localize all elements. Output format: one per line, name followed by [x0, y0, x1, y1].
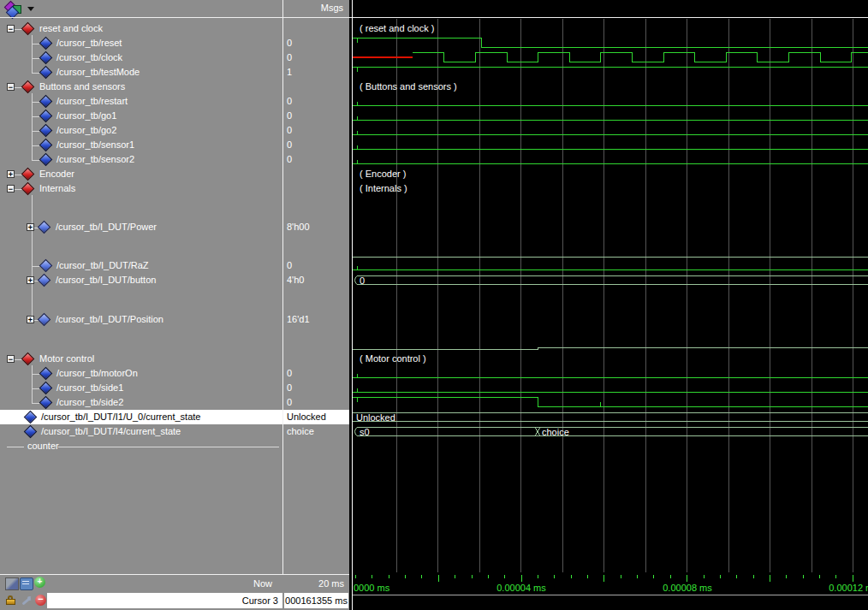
tree-row[interactable]: −reset and clock: [0, 21, 282, 36]
timeline-ruler[interactable]: 0000 ms0.00004 ms0.00008 ms0.00012 ms: [353, 575, 868, 595]
tree-row[interactable]: −Internals: [0, 181, 282, 196]
signal-value: 0: [283, 36, 349, 50]
signal-diamond-icon: [39, 94, 53, 108]
tree-row[interactable]: +/cursor_tb/I_DUT/Position: [0, 287, 282, 352]
header-divider-line: [0, 17, 868, 18]
delete-cursor-icon[interactable]: −: [35, 595, 46, 606]
signal-value: 8'h00: [283, 196, 349, 258]
add-cursor-icon[interactable]: +: [34, 577, 45, 588]
now-time-value: 20 ms: [283, 578, 349, 589]
tree-row[interactable]: /cursor_tb/clock: [0, 50, 282, 65]
collapse-minus-icon[interactable]: −: [7, 355, 15, 363]
signal-diamond-icon: [39, 50, 53, 64]
signal-value: [283, 439, 349, 453]
signal-value: [283, 167, 349, 181]
tree-row[interactable]: +Encoder: [0, 167, 282, 181]
signal-label: /cursor_tb/I_DUT/I4/current_state: [41, 426, 181, 436]
wave-group-label: ( Encoder ): [360, 169, 406, 179]
tree-row[interactable]: +/cursor_tb/I_DUT/button: [0, 273, 282, 287]
tree-row[interactable]: /cursor_tb/side1: [0, 381, 282, 395]
group-diamond-icon: [21, 181, 35, 195]
bus-value-label: 0: [360, 275, 365, 286]
tree-row[interactable]: /cursor_tb/sensor2: [0, 152, 282, 167]
signal-diamond-icon: [38, 312, 51, 326]
signal-label: /cursor_tb/I_DUT/I1/U_0/current_state: [41, 412, 200, 422]
signal-label: /cursor_tb/sensor2: [56, 154, 134, 164]
collapse-minus-icon[interactable]: −: [7, 83, 15, 91]
group-diamond-icon: [21, 167, 35, 181]
expand-plus-icon[interactable]: +: [27, 223, 34, 231]
tree-row[interactable]: /cursor_tb/reset: [0, 36, 282, 50]
signal-label: /cursor_tb/go2: [56, 125, 116, 135]
wave-group-label: ( Internals ): [360, 183, 407, 193]
wave-plot-panel[interactable]: ( reset and clock )( Buttons and sensors…: [349, 0, 868, 610]
waveform-clock: [413, 53, 868, 62]
tree-row[interactable]: /cursor_tb/I_DUT/I1/U_0/current_state: [0, 410, 282, 424]
lock-cursor-icon[interactable]: [6, 595, 16, 606]
signal-label: /cursor_tb/I_DUT/Power: [56, 222, 157, 232]
tree-row[interactable]: +/cursor_tb/I_DUT/Power: [0, 196, 282, 258]
wave-group-label: ( Motor control ): [360, 353, 426, 364]
cursor-bar: − Cursor 3 000161355 ms: [0, 592, 349, 610]
signal-value: [283, 80, 349, 94]
tree-row[interactable]: /cursor_tb/motorOn: [0, 366, 282, 381]
signal-label: /cursor_tb/side2: [56, 397, 123, 407]
tree-row[interactable]: /cursor_tb/testMode: [0, 65, 282, 80]
tree-row[interactable]: −Buttons and sensors: [0, 80, 282, 94]
signal-label: /cursor_tb/go1: [56, 110, 116, 121]
group-label: Motor control: [39, 353, 94, 364]
signal-label: /cursor_tb/sensor1: [56, 139, 134, 150]
wave-group-label: ( Buttons and sensors ): [360, 81, 457, 92]
timeline-label: 0.00012 ms: [829, 583, 868, 593]
collapse-minus-icon[interactable]: −: [7, 25, 15, 33]
wave-canvas[interactable]: ( reset and clock )( Buttons and sensors…: [349, 0, 868, 610]
edit-grid-icon[interactable]: [20, 577, 33, 590]
tree-row[interactable]: /cursor_tb/side2: [0, 395, 282, 410]
collapse-minus-icon[interactable]: −: [7, 185, 15, 192]
divider-line: [58, 447, 279, 447]
insert-cursor-icon[interactable]: [5, 577, 19, 590]
bus-value-label: s0: [360, 427, 370, 437]
tree-row[interactable]: /cursor_tb/go2: [0, 123, 282, 138]
expand-plus-icon[interactable]: +: [27, 276, 34, 284]
waveform-side2: [353, 398, 868, 407]
signal-value: 0: [283, 50, 349, 65]
signal-value: 0: [283, 123, 349, 138]
cursor-time-field[interactable]: 000161355 ms: [284, 593, 348, 608]
tree-row[interactable]: /cursor_tb/go1: [0, 109, 282, 123]
waveform-reset: [353, 38, 868, 48]
group-diamond-icon: [21, 80, 35, 93]
signal-label: /cursor_tb/I_DUT/RaZ: [56, 260, 149, 270]
tree-row[interactable]: /cursor_tb/restart: [0, 94, 282, 109]
signal-label: /cursor_tb/I_DUT/Position: [56, 314, 163, 324]
signal-diamond-icon: [39, 65, 53, 79]
signal-label: /cursor_tb/reset: [56, 38, 122, 48]
divider-label: counter: [27, 441, 59, 451]
group-diamond-icon: [21, 21, 35, 35]
signal-value: [283, 352, 349, 366]
wave-group-label: ( reset and clock ): [360, 23, 434, 33]
group-label: Encoder: [39, 169, 74, 179]
msgs-column-header: Msgs: [321, 3, 343, 13]
tree-row[interactable]: /cursor_tb/sensor1: [0, 138, 282, 152]
tree-row[interactable]: /cursor_tb/I_DUT/I4/current_state: [0, 424, 282, 439]
signal-value: 0: [283, 258, 349, 273]
signal-value: 0: [283, 395, 349, 410]
wave-window-menu-button[interactable]: [4, 2, 21, 15]
signal-value: 4'h0: [283, 273, 349, 287]
expand-plus-icon[interactable]: +: [7, 170, 15, 178]
column-divider[interactable]: [282, 0, 283, 592]
tree-row[interactable]: /cursor_tb/I_DUT/RaZ: [0, 258, 282, 273]
signal-diamond-icon: [39, 109, 53, 122]
tree-row[interactable]: counter: [0, 439, 282, 453]
signal-value: 1: [283, 65, 349, 80]
wrench-icon[interactable]: [21, 595, 32, 606]
group-label: reset and clock: [39, 23, 103, 33]
tree-row[interactable]: −Motor control: [0, 352, 282, 366]
signal-label: /cursor_tb/restart: [56, 96, 128, 106]
signal-value: Unlocked: [283, 410, 349, 424]
signal-diamond-icon: [38, 273, 51, 287]
signal-value: 0: [283, 152, 349, 167]
expand-plus-icon[interactable]: +: [27, 316, 34, 323]
cursor-name-field[interactable]: Cursor 3: [47, 593, 282, 608]
